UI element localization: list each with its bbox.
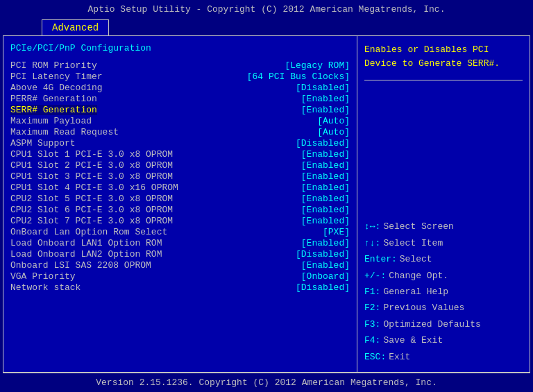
config-value: [Enabled] (301, 216, 350, 226)
key-help-row: F1:General Help (364, 284, 523, 300)
key-action: Select (400, 251, 432, 267)
config-value: [Enabled] (301, 94, 350, 104)
key-label: ↕↔: (364, 219, 380, 235)
config-label: CPU2 Slot 5 PCI-E 3.0 x8 OPROM (10, 194, 173, 204)
config-list: PCI ROM Priority[Legacy ROM]PCI Latency … (10, 60, 350, 293)
config-label: CPU1 Slot 4 PCI-E 3.0 x16 OPROM (10, 182, 178, 193)
key-help-row: F2:Previous Values (364, 300, 523, 316)
config-value: [Enabled] (301, 149, 350, 160)
config-row: Load Onboard LAN2 Option ROM[Disabled] (10, 249, 350, 259)
config-label: CPU2 Slot 6 PCI-E 3.0 x8 OPROM (10, 205, 173, 215)
config-label: OnBoard Lan Option Rom Select (10, 227, 167, 237)
config-value: [Enabled] (301, 182, 350, 193)
config-value: [Enabled] (301, 105, 350, 115)
config-label: CPU1 Slot 2 PCI-E 3.0 x8 OPROM (10, 160, 173, 171)
key-action: Exit (389, 349, 410, 365)
config-label: ASPM Support (10, 138, 76, 148)
config-label: Above 4G Decoding (10, 83, 103, 93)
key-action: Select Item (383, 235, 443, 251)
tab-bar: Advanced (0, 17, 533, 35)
config-label: PERR# Generation (10, 94, 97, 104)
config-row: CPU1 Slot 2 PCI-E 3.0 x8 OPROM[Enabled] (10, 160, 350, 171)
config-row: Load Onboard LAN1 Option ROM[Enabled] (10, 238, 350, 248)
tab-advanced[interactable]: Advanced (42, 19, 109, 35)
config-row: PERR# Generation[Enabled] (10, 94, 350, 104)
config-value: [PXE] (323, 227, 350, 237)
config-row: CPU1 Slot 4 PCI-E 3.0 x16 OPROM[Enabled] (10, 182, 350, 193)
key-help: ↕↔:Select Screen↑↓:Select ItemEnter:Sele… (364, 219, 523, 365)
key-help-row: ESC:Exit (364, 349, 523, 365)
config-row: PCI Latency Timer[64 PCI Bus Clocks] (10, 71, 350, 82)
key-action: General Help (383, 284, 448, 300)
config-label: CPU1 Slot 1 PCI-E 3.0 x8 OPROM (10, 149, 173, 160)
key-help-row: +/-:Change Opt. (364, 268, 523, 284)
config-row: ASPM Support[Disabled] (10, 138, 350, 148)
config-label: PCI ROM Priority (10, 60, 97, 71)
config-label: Maximum Payload (10, 116, 92, 126)
config-row: OnBoard Lan Option Rom Select[PXE] (10, 227, 350, 237)
right-panel: Enables or Disables PCI Device to Genera… (357, 36, 530, 372)
config-label: Onboard LSI SAS 2208 OPROM (10, 260, 151, 271)
main-content: PCIe/PCI/PnP Configuration PCI ROM Prior… (3, 35, 530, 373)
config-value: [Legacy ROM] (285, 60, 350, 71)
config-label: VGA Priority (10, 271, 76, 282)
key-help-row: ↑↓:Select Item (364, 235, 523, 251)
config-row: Network stack[Disabled] (10, 282, 350, 293)
key-label: F1: (364, 284, 380, 300)
config-value: [Enabled] (301, 238, 350, 248)
config-label: PCI Latency Timer (10, 71, 103, 82)
config-value: [Enabled] (301, 194, 350, 204)
section-title: PCIe/PCI/PnP Configuration (10, 43, 350, 53)
key-help-row: F3:Optimized Defaults (364, 316, 523, 332)
config-row: CPU2 Slot 7 PCI-E 3.0 x8 OPROM[Enabled] (10, 216, 350, 226)
config-row: CPU1 Slot 1 PCI-E 3.0 x8 OPROM[Enabled] (10, 149, 350, 160)
config-row: Onboard LSI SAS 2208 OPROM[Enabled] (10, 260, 350, 271)
key-label: +/-: (364, 268, 386, 284)
config-value: [Enabled] (301, 260, 350, 271)
key-label: Enter: (364, 251, 397, 267)
config-row: CPU2 Slot 5 PCI-E 3.0 x8 OPROM[Enabled] (10, 194, 350, 204)
key-label: F3: (364, 316, 380, 332)
key-help-row: Enter:Select (364, 251, 523, 267)
config-value: [Onboard] (301, 271, 350, 282)
config-row: PCI ROM Priority[Legacy ROM] (10, 60, 350, 71)
key-label: ↑↓: (364, 235, 380, 251)
config-label: CPU1 Slot 3 PCI-E 3.0 x8 OPROM (10, 171, 173, 182)
key-action: Optimized Defaults (383, 316, 480, 332)
config-label: Load Onboard LAN1 Option ROM (10, 238, 162, 248)
key-action: Select Screen (383, 219, 453, 235)
config-value: [Disabled] (296, 249, 350, 259)
key-action: Previous Values (383, 300, 464, 316)
config-value: [Disabled] (296, 138, 350, 148)
config-label: SERR# Generation (10, 105, 97, 115)
help-divider (364, 80, 523, 80)
key-help-row: F4:Save & Exit (364, 332, 523, 348)
config-row: SERR# Generation[Enabled] (10, 105, 350, 115)
app: Aptio Setup Utility - Copyright (C) 2012… (0, 0, 533, 392)
help-text: Enables or Disables PCI Device to Genera… (364, 43, 523, 70)
config-label: Maximum Read Request (10, 127, 119, 137)
config-value: [64 PCI Bus Clocks] (247, 71, 350, 82)
config-label: Network stack (10, 282, 81, 293)
key-label: ESC: (364, 349, 386, 365)
key-label: F2: (364, 300, 380, 316)
key-action: Change Opt. (389, 268, 448, 284)
footer: Version 2.15.1236. Copyright (C) 2012 Am… (3, 373, 530, 392)
config-value: [Auto] (317, 127, 350, 137)
config-row: CPU2 Slot 6 PCI-E 3.0 x8 OPROM[Enabled] (10, 205, 350, 215)
config-value: [Disabled] (296, 282, 350, 293)
config-value: [Auto] (317, 116, 350, 126)
title-bar: Aptio Setup Utility - Copyright (C) 2012… (0, 0, 533, 17)
title-text: Aptio Setup Utility - Copyright (C) 2012… (88, 4, 446, 15)
config-value: [Enabled] (301, 171, 350, 182)
config-value: [Disabled] (296, 83, 350, 93)
key-label: F4: (364, 332, 380, 348)
footer-text: Version 2.15.1236. Copyright (C) 2012 Am… (96, 377, 437, 388)
config-row: VGA Priority[Onboard] (10, 271, 350, 282)
key-help-row: ↕↔:Select Screen (364, 219, 523, 235)
config-row: CPU1 Slot 3 PCI-E 3.0 x8 OPROM[Enabled] (10, 171, 350, 182)
config-label: Load Onboard LAN2 Option ROM (10, 249, 162, 259)
config-value: [Enabled] (301, 160, 350, 171)
config-row: Maximum Read Request[Auto] (10, 127, 350, 137)
config-row: Above 4G Decoding[Disabled] (10, 83, 350, 93)
